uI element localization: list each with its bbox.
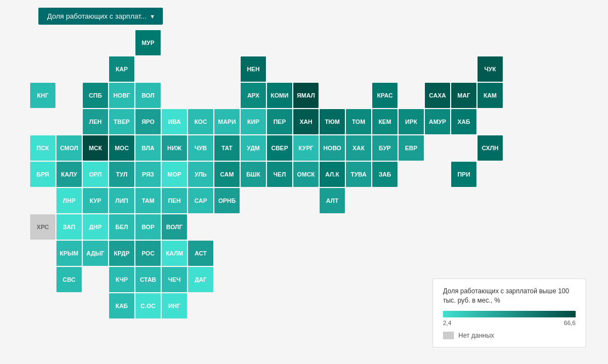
region-cell[interactable]: КРЫМ — [56, 241, 82, 266]
region-cell[interactable]: ЧУВ — [188, 135, 213, 161]
region-cell[interactable]: КНГ — [30, 83, 55, 108]
region-cell[interactable]: ИНГ — [162, 293, 187, 318]
region-cell[interactable]: КРАС — [372, 83, 397, 108]
region-cell[interactable]: ТАМ — [135, 188, 161, 213]
region-cell[interactable]: ИРК — [399, 109, 424, 134]
region-cell[interactable]: СВС — [56, 267, 82, 292]
region-cell[interactable]: ХАБ — [451, 109, 476, 134]
region-cell[interactable]: АСТ — [188, 241, 213, 266]
region-cell[interactable]: КАР — [109, 56, 134, 82]
region-cell[interactable]: ТАТ — [214, 135, 240, 161]
region-cell[interactable]: ЛЕН — [83, 109, 108, 134]
region-cell[interactable]: КИР — [241, 109, 266, 134]
region-cell[interactable]: ПСК — [30, 135, 55, 161]
region-cell[interactable]: КАБ — [109, 293, 134, 318]
region-cell[interactable]: БУР — [372, 135, 397, 161]
region-cell[interactable]: АДЫГ — [83, 241, 108, 266]
region-cell[interactable]: ВЛА — [135, 135, 161, 161]
region-cell[interactable]: БРЯ — [30, 162, 55, 187]
region-cell[interactable]: ЧЕЛ — [267, 162, 292, 187]
region-cell[interactable]: ПЕН — [162, 188, 187, 213]
region-cell[interactable]: КОМИ — [267, 83, 292, 108]
region-cell[interactable]: ТУВА — [346, 162, 371, 187]
region-cell[interactable]: ТВЕР — [109, 109, 134, 134]
region-cell[interactable]: С.ОС — [135, 293, 161, 318]
region-cell[interactable]: ВОЛ — [135, 83, 161, 108]
region-cell[interactable]: НЕН — [241, 56, 266, 82]
region-cell[interactable]: ВОР — [135, 214, 161, 240]
region-cell[interactable]: ЛИП — [109, 188, 134, 213]
region-cell[interactable]: КУР — [83, 188, 108, 213]
region-cell[interactable]: САМ — [214, 162, 240, 187]
region-cell[interactable]: ОРНБ — [214, 188, 240, 213]
region-cell[interactable]: ЗАП — [56, 214, 82, 240]
region-cell[interactable]: САХА — [425, 83, 450, 108]
region-cell[interactable]: УЛЬ — [188, 162, 213, 187]
region-cell[interactable]: ДАГ — [188, 267, 213, 292]
region-cell[interactable]: КАМ — [478, 83, 503, 108]
map-row: ЛНРКУРЛИПТАМПЕНСАРОРНБАЛТ — [30, 188, 503, 213]
region-cell[interactable]: ЕВР — [399, 135, 424, 161]
empty-cell — [425, 135, 450, 161]
region-cell[interactable]: ОРЛ — [83, 162, 108, 187]
region-cell[interactable]: НОВГ — [109, 83, 134, 108]
region-cell[interactable]: ПРИ — [451, 162, 476, 187]
region-cell[interactable]: АЛ.К — [320, 162, 345, 187]
region-cell[interactable]: СМОЛ — [56, 135, 82, 161]
region-cell[interactable]: КОС — [188, 109, 213, 134]
empty-cell — [30, 267, 55, 292]
region-cell[interactable]: АРХ — [241, 83, 266, 108]
empty-cell — [135, 56, 161, 82]
region-cell[interactable]: МОР — [162, 162, 187, 187]
region-cell[interactable]: ОМСК — [293, 162, 319, 187]
region-cell[interactable]: КЧР — [109, 267, 134, 292]
region-cell[interactable]: МСК — [83, 135, 108, 161]
region-cell[interactable]: ХАК — [346, 135, 371, 161]
legend-title: Доля работающих с зарплатой выше 100 тыс… — [443, 287, 576, 305]
region-cell[interactable]: ВОЛГ — [162, 214, 187, 240]
region-cell[interactable]: КЕМ — [372, 109, 397, 134]
region-cell[interactable]: АМУР — [425, 109, 450, 134]
region-cell[interactable]: УДМ — [241, 135, 266, 161]
region-cell[interactable]: ТЮМ — [320, 109, 345, 134]
region-cell[interactable]: ТУЛ — [109, 162, 134, 187]
region-cell[interactable]: КАЛУ — [56, 162, 82, 187]
empty-cell — [372, 30, 397, 55]
region-cell[interactable]: ЯРО — [135, 109, 161, 134]
region-cell[interactable]: НИЖ — [162, 135, 187, 161]
region-cell[interactable]: АЛТ — [320, 188, 345, 213]
region-cell[interactable]: ПЕР — [267, 109, 292, 134]
region-cell[interactable]: САР — [188, 188, 213, 213]
region-cell[interactable]: ЧУК — [478, 56, 503, 82]
region-cell[interactable]: ЛНР — [56, 188, 82, 213]
empty-cell — [214, 267, 240, 292]
dropdown-button[interactable]: Доля работающих с зарплат... ▾ — [38, 8, 163, 25]
empty-cell — [320, 267, 345, 292]
region-cell[interactable]: ЗАБ — [372, 162, 397, 187]
region-cell[interactable]: СХЛН — [478, 135, 503, 161]
region-cell[interactable]: СТАВ — [135, 267, 161, 292]
region-cell[interactable]: СПБ — [83, 83, 108, 108]
region-cell[interactable]: ХРС — [30, 214, 55, 240]
empty-cell — [188, 293, 213, 318]
region-cell[interactable]: КАЛМ — [162, 241, 187, 266]
region-cell[interactable]: ТОМ — [346, 109, 371, 134]
region-cell[interactable]: МАРИ — [214, 109, 240, 134]
region-cell[interactable]: КУРГ — [293, 135, 319, 161]
region-cell[interactable]: КРДР — [109, 241, 134, 266]
region-cell[interactable]: ДНР — [83, 214, 108, 240]
region-cell[interactable]: ЯМАЛ — [293, 83, 319, 108]
region-cell[interactable]: МАГ — [451, 83, 476, 108]
region-cell[interactable]: МОС — [109, 135, 134, 161]
map-row: ЛЕНТВЕРЯРОИВАКОСМАРИКИРПЕРХАНТЮМТОМКЕМИР… — [30, 109, 503, 134]
region-cell[interactable]: ЧЕЧ — [162, 267, 187, 292]
region-cell[interactable]: НОВО — [320, 135, 345, 161]
region-cell[interactable]: ИВА — [162, 109, 187, 134]
region-cell[interactable]: МУР — [135, 30, 161, 55]
region-cell[interactable]: БШК — [241, 162, 266, 187]
region-cell[interactable]: СВЕР — [267, 135, 292, 161]
region-cell[interactable]: РОС — [135, 241, 161, 266]
region-cell[interactable]: ХАН — [293, 109, 319, 134]
region-cell[interactable]: БЕЛ — [109, 214, 134, 240]
region-cell[interactable]: РЯЗ — [135, 162, 161, 187]
